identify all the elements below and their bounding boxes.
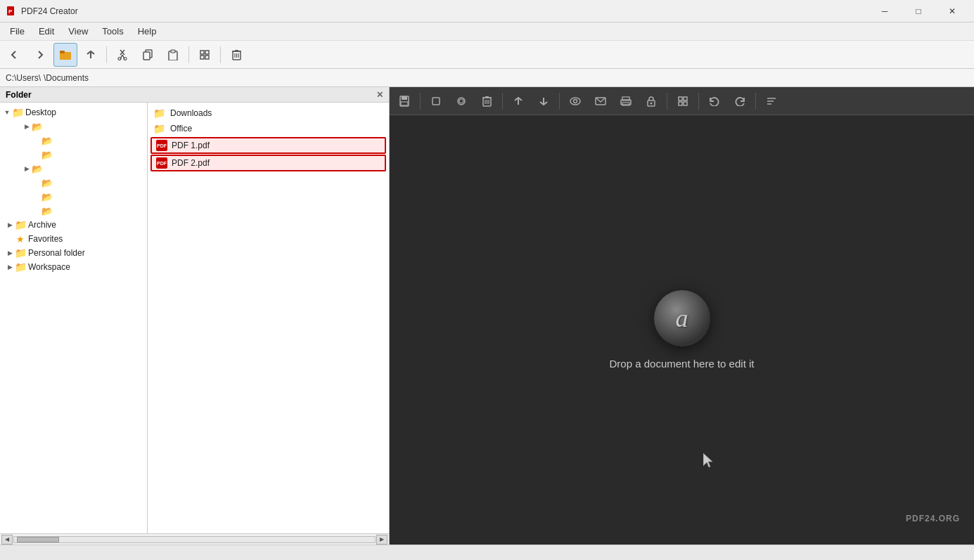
folder-icon-child4: 📂 [32, 163, 43, 174]
scroll-thumb[interactable] [17, 537, 59, 542]
folder-browse-button[interactable] [53, 43, 77, 67]
expand-workspace[interactable]: ▶ [6, 263, 14, 271]
menu-bar: File Edit View Tools Help [0, 22, 974, 41]
scroll-right[interactable]: ▶ [376, 535, 387, 545]
svg-rect-45 [684, 97, 687, 100]
svg-rect-3 [60, 51, 65, 53]
tree-item-child4[interactable]: ▶ 📂 [0, 162, 147, 176]
close-button[interactable]: ✕ [936, 0, 968, 22]
svg-point-37 [574, 99, 577, 103]
toolbar-sep-3 [220, 46, 221, 63]
folder-icon-personal: 📁 [15, 247, 26, 259]
file-item-downloads[interactable]: 📁 Downloads [148, 105, 389, 121]
ws-delete-button[interactable] [475, 89, 499, 113]
folder-icon-archive: 📁 [15, 219, 26, 230]
menu-help[interactable]: Help [131, 23, 164, 39]
tree-item-archive[interactable]: ▶ 📁 Archive [0, 218, 147, 232]
expand-child7 [32, 207, 41, 215]
ws-redo-button[interactable] [728, 89, 752, 113]
ws-sort-button[interactable] [760, 89, 783, 113]
workspace-area[interactable]: a Drop a document here to edit it [390, 115, 974, 545]
file-list-panel: 📁 Downloads 📁 Office PDF PDF 1.pdf PDF P… [148, 103, 389, 533]
folder-icon-child1: 📂 [32, 121, 43, 132]
ws-preview-button[interactable] [563, 89, 587, 113]
tree-label-personal: Personal folder [28, 248, 85, 258]
tree-item-child5[interactable]: 📂 [0, 176, 147, 190]
svg-rect-47 [684, 102, 687, 105]
tree-item-desktop[interactable]: ▼ 📁 Desktop [0, 105, 147, 119]
minimize-button[interactable]: ─ [869, 0, 901, 22]
ws-sep-3 [559, 93, 560, 110]
pdf-icon-pdf2: PDF [156, 157, 167, 169]
svg-rect-35 [485, 96, 489, 98]
ws-sep-6 [755, 93, 756, 110]
cursor-indicator [703, 453, 715, 469]
ws-email-button[interactable] [589, 89, 613, 113]
ws-save-button[interactable] [392, 89, 416, 113]
main-content: Folder ✕ ▼ 📁 Desktop ▶ 📂 [0, 87, 974, 545]
file-name-office: Office [170, 124, 192, 134]
tree-panel: ▼ 📁 Desktop ▶ 📂 📂 [0, 103, 148, 533]
expand-archive[interactable]: ▶ [6, 221, 14, 229]
svg-rect-27 [432, 98, 440, 105]
expand-favorites [6, 235, 14, 243]
ws-print-button[interactable] [614, 89, 638, 113]
ws-copy-button[interactable] [449, 89, 473, 113]
ws-select-button[interactable] [424, 89, 448, 113]
folder-icon-child5: 📂 [41, 177, 53, 188]
folder-header: Folder ✕ [0, 87, 389, 103]
menu-tools[interactable]: Tools [95, 23, 130, 39]
forward-button[interactable] [28, 43, 52, 67]
back-button[interactable] [3, 43, 27, 67]
expand-child6 [32, 193, 41, 201]
tree-label-desktop: Desktop [25, 108, 56, 117]
folder-close-btn[interactable]: ✕ [376, 90, 383, 100]
tree-item-personal[interactable]: ▶ 📁 Personal folder [0, 246, 147, 260]
file-item-office[interactable]: 📁 Office [148, 121, 389, 136]
tree-item-child2[interactable]: 📂 [0, 134, 147, 148]
grid-view-button[interactable] [193, 43, 217, 67]
drop-logo: a [654, 290, 710, 346]
tree-item-child3[interactable]: 📂 [0, 148, 147, 162]
tree-item-child1[interactable]: ▶ 📂 [0, 119, 147, 134]
scroll-track[interactable] [13, 536, 376, 543]
toolbar-sep-1 [106, 46, 107, 63]
up-button[interactable] [79, 43, 103, 67]
cut-button[interactable] [110, 43, 134, 67]
paste-button[interactable] [161, 43, 185, 67]
tree-item-child6[interactable]: 📂 [0, 190, 147, 204]
expand-desktop[interactable]: ▼ [3, 108, 11, 117]
ws-undo-button[interactable] [703, 89, 726, 113]
menu-edit[interactable]: Edit [32, 23, 61, 39]
menu-file[interactable]: File [3, 23, 32, 39]
ws-grid-button[interactable] [671, 89, 695, 113]
svg-rect-14 [200, 51, 204, 54]
ws-encrypt-button[interactable] [639, 89, 663, 113]
folder-icon-child2: 📂 [41, 135, 53, 146]
scroll-left[interactable]: ◀ [1, 535, 13, 545]
file-item-pdf1[interactable]: PDF PDF 1.pdf [150, 137, 386, 154]
tree-item-workspace[interactable]: ▶ 📁 Workspace [0, 260, 147, 274]
svg-rect-16 [200, 56, 204, 59]
file-item-pdf2[interactable]: PDF PDF 2.pdf [150, 155, 386, 171]
expand-child4[interactable]: ▶ [23, 164, 31, 173]
tree-item-favorites[interactable]: ★ Favorites [0, 232, 147, 246]
app-title: PDF24 Creator [21, 6, 78, 16]
svg-marker-51 [703, 453, 712, 467]
expand-personal[interactable]: ▶ [6, 249, 14, 257]
status-bar [0, 545, 974, 560]
title-bar: P PDF24 Creator ─ □ ✕ [0, 0, 974, 22]
expand-child1[interactable]: ▶ [23, 122, 31, 131]
svg-rect-15 [205, 51, 209, 54]
ws-sep-4 [667, 93, 667, 110]
menu-view[interactable]: View [61, 23, 95, 39]
maximize-button[interactable]: □ [902, 0, 935, 22]
tree-item-child7[interactable]: 📂 [0, 204, 147, 218]
ws-movedown-button[interactable] [532, 89, 556, 113]
copy-button[interactable] [136, 43, 160, 67]
drop-text: Drop a document here to edit it [610, 358, 755, 370]
expand-child3 [32, 150, 41, 159]
tree-label-archive: Archive [28, 220, 56, 230]
delete-button[interactable] [224, 43, 248, 67]
ws-moveup-button[interactable] [506, 89, 530, 113]
